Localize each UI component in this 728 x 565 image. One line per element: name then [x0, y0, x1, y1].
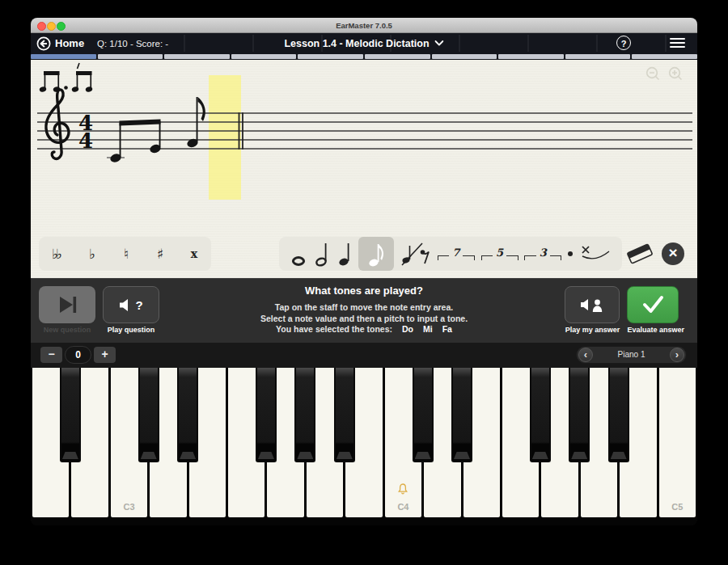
question-mark-glyph: ?	[135, 298, 142, 312]
tone-mi: Mi	[423, 324, 433, 334]
tie-button[interactable]	[579, 237, 612, 271]
sharp-button[interactable]: ♯	[149, 246, 171, 262]
piano-key-ds4[interactable]	[451, 368, 472, 462]
nav-separator	[252, 35, 254, 52]
selected-tones: DoMiFa	[392, 324, 452, 334]
eraser-button[interactable]	[625, 242, 654, 268]
piano-keys: C3C4C5	[31, 368, 697, 517]
progress-segment-8	[498, 54, 564, 59]
double-flat-button[interactable]: ♭♭	[44, 246, 70, 262]
piano-key-fs3[interactable]	[256, 368, 277, 462]
quarter-note-button[interactable]	[336, 237, 353, 271]
nav-separator	[184, 35, 185, 52]
time-signature-bottom: 4	[78, 129, 93, 153]
delete-note-button[interactable]: ×	[662, 242, 684, 265]
half-note-button[interactable]	[314, 237, 330, 271]
question-title: What tones are played?	[174, 285, 554, 297]
nav-separator	[665, 35, 667, 52]
nav-separator	[321, 35, 323, 52]
home-label: Home	[55, 37, 84, 49]
question-panel: What tones are played? Tap on the staff …	[174, 285, 554, 335]
natural-button[interactable]: ♮	[115, 246, 138, 262]
instrument-selector: ‹ Piano 1 ›	[576, 346, 687, 364]
back-arrow-icon	[36, 36, 51, 51]
staff-canvas[interactable]: 4 4	[31, 60, 697, 237]
key-label-c3: C3	[111, 502, 147, 512]
home-button[interactable]: Home	[36, 33, 84, 53]
eraser-icon	[625, 242, 654, 265]
nav-separator	[596, 35, 598, 52]
checkmark-icon	[639, 293, 667, 316]
instruction-bar: New question ? Play question What tones …	[31, 278, 697, 343]
tone-fa: Fa	[442, 324, 452, 334]
play-question-button[interactable]: ?	[103, 286, 159, 323]
piano-key-as4[interactable]	[608, 368, 629, 462]
progress-segment-4	[231, 54, 297, 59]
evaluate-answer-button[interactable]	[627, 286, 679, 323]
play-my-answer-button[interactable]	[565, 286, 620, 323]
rhythm-preview	[39, 63, 93, 93]
menu-button[interactable]	[670, 38, 685, 50]
piano-key-as3[interactable]	[334, 368, 355, 462]
piano-key-c5[interactable]: C5	[659, 368, 696, 517]
whole-note-icon	[290, 242, 307, 266]
piano-key-gs4[interactable]	[569, 368, 590, 462]
note-values-group: 7 5 3	[279, 237, 622, 271]
eighth-note-button[interactable]	[358, 237, 394, 271]
chevron-down-icon	[435, 40, 444, 46]
key-label-c4: C4	[385, 502, 421, 512]
lesson-title-dropdown[interactable]: Lesson 1.4 - Melodic Dictation	[284, 33, 443, 53]
zoom-out-icon[interactable]	[647, 68, 659, 80]
piano-keyboard: C3C4C5	[31, 368, 697, 525]
staff-lines	[37, 113, 692, 149]
piano-key-as2[interactable]	[60, 368, 81, 462]
flat-button[interactable]: ♭	[81, 246, 104, 262]
dot-button[interactable]	[568, 251, 573, 256]
progress-segment-9	[565, 54, 631, 59]
window-title: EarMaster 7.0.5	[31, 18, 697, 33]
help-button[interactable]: ?	[616, 36, 631, 50]
tuplet-7-button[interactable]: 7	[438, 247, 475, 260]
tone-do: Do	[402, 324, 413, 334]
instruction-line-2: Select a note value and then a pitch to …	[174, 314, 554, 325]
piano-key-gs3[interactable]	[294, 368, 315, 462]
note-rest-toggle-button[interactable]	[400, 237, 431, 271]
piano-key-cs4[interactable]	[413, 368, 434, 462]
nav-separator	[459, 35, 460, 52]
play-my-answer-label: Play my answer	[565, 326, 620, 334]
piano-key-ds3[interactable]	[177, 368, 198, 462]
new-question-button[interactable]	[39, 286, 95, 323]
bell-icon	[385, 483, 421, 498]
progress-segment-1	[31, 54, 96, 59]
new-question-label: New question	[39, 326, 95, 334]
selected-tones-prefix: You have selected the tones:	[276, 324, 392, 334]
note-rest-toggle-icon	[400, 240, 431, 268]
note-entry-area[interactable]	[209, 75, 241, 200]
staff-area: 4 4	[31, 60, 697, 278]
nav-separator	[390, 35, 392, 52]
double-sharp-button[interactable]: x	[183, 247, 205, 260]
instrument-next-button[interactable]: ›	[670, 348, 684, 362]
titlebar: EarMaster 7.0.5	[31, 18, 697, 33]
octave-down-button[interactable]: −	[40, 347, 62, 363]
whole-note-button[interactable]	[290, 237, 307, 271]
octave-value: 0	[65, 346, 91, 364]
progress-segment-2	[98, 54, 163, 59]
tuplet-5-label: 5	[496, 247, 503, 259]
tuplet-7-label: 7	[452, 247, 459, 259]
tuplet-5-button[interactable]: 5	[481, 247, 518, 260]
zoom-in-icon[interactable]	[670, 68, 682, 80]
speaker-person-icon	[581, 297, 603, 312]
progress-segment-3	[164, 54, 230, 59]
tuplet-3-button[interactable]: 3	[524, 247, 561, 260]
piano-key-fs4[interactable]	[530, 368, 551, 462]
melody-notes	[107, 97, 205, 163]
eighth-flag	[198, 97, 205, 121]
octave-up-button[interactable]: +	[94, 347, 116, 363]
skip-next-icon	[53, 293, 81, 316]
tie-icon	[579, 244, 612, 264]
piano-key-cs3[interactable]	[138, 368, 159, 462]
evaluate-answer-label: Evaluate answer	[627, 326, 684, 334]
quarter-note-icon	[336, 241, 353, 267]
progress-segment-5	[298, 54, 363, 59]
